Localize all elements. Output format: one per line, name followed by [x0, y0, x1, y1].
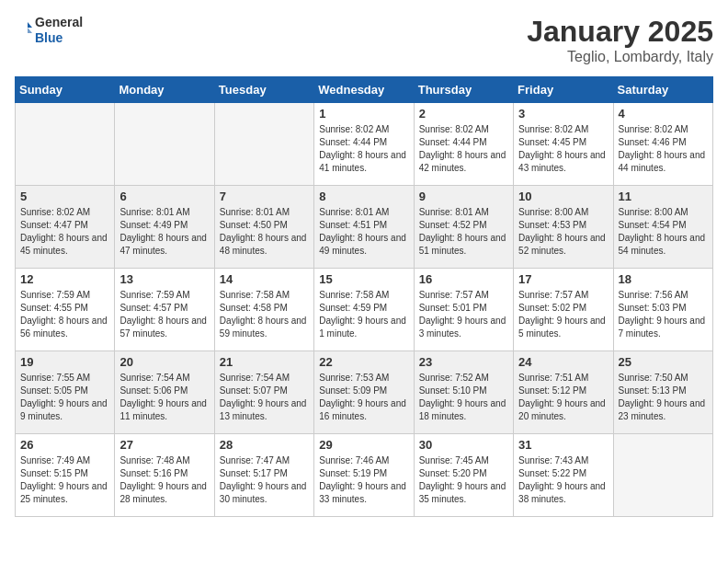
day-number: 25: [619, 355, 708, 369]
day-number: 17: [518, 272, 608, 286]
cell-text: Sunrise: 7:59 AM Sunset: 4:55 PM Dayligh…: [20, 289, 109, 340]
calendar-cell: 30Sunrise: 7:45 AM Sunset: 5:20 PM Dayli…: [414, 434, 513, 517]
calendar-cell: [613, 434, 712, 517]
logo-graphic-icon: [15, 20, 33, 40]
week-row-5: 26Sunrise: 7:49 AM Sunset: 5:15 PM Dayli…: [16, 434, 713, 517]
title-area: January 2025 Teglio, Lombardy, Italy: [527, 15, 713, 65]
calendar-table: SundayMondayTuesdayWednesdayThursdayFrid…: [15, 76, 713, 517]
calendar-cell: 22Sunrise: 7:53 AM Sunset: 5:09 PM Dayli…: [314, 351, 414, 434]
day-number: 6: [119, 190, 209, 203]
cell-text: Sunrise: 7:45 AM Sunset: 5:20 PM Dayligh…: [419, 454, 508, 506]
day-number: 14: [220, 272, 309, 286]
day-number: 29: [319, 438, 408, 452]
day-number: 26: [20, 438, 109, 452]
week-row-3: 12Sunrise: 7:59 AM Sunset: 4:55 PM Dayli…: [16, 269, 713, 351]
calendar-cell: 19Sunrise: 7:55 AM Sunset: 5:05 PM Dayli…: [16, 351, 115, 434]
cell-text: Sunrise: 8:02 AM Sunset: 4:44 PM Dayligh…: [319, 123, 408, 175]
logo: General Blue: [15, 15, 83, 46]
calendar-cell: 26Sunrise: 7:49 AM Sunset: 5:15 PM Dayli…: [16, 434, 115, 517]
day-number: 30: [419, 438, 508, 452]
day-number: 2: [419, 107, 508, 121]
day-number: 3: [518, 107, 608, 121]
day-number: 13: [119, 272, 209, 286]
calendar-cell: 16Sunrise: 7:57 AM Sunset: 5:01 PM Dayli…: [414, 269, 513, 351]
cell-text: Sunrise: 7:51 AM Sunset: 5:12 PM Dayligh…: [518, 372, 608, 423]
calendar-cell: 6Sunrise: 8:01 AM Sunset: 4:49 PM Daylig…: [115, 186, 214, 269]
cell-text: Sunrise: 8:02 AM Sunset: 4:47 PM Dayligh…: [20, 206, 109, 258]
cell-text: Sunrise: 7:47 AM Sunset: 5:17 PM Dayligh…: [220, 454, 309, 506]
calendar-cell: 20Sunrise: 7:54 AM Sunset: 5:06 PM Dayli…: [115, 351, 214, 434]
day-number: 19: [20, 355, 109, 369]
cell-text: Sunrise: 8:02 AM Sunset: 4:44 PM Dayligh…: [419, 123, 508, 175]
location-title: Teglio, Lombardy, Italy: [527, 49, 713, 65]
cell-text: Sunrise: 7:55 AM Sunset: 5:05 PM Dayligh…: [20, 372, 109, 423]
cell-text: Sunrise: 7:59 AM Sunset: 4:57 PM Dayligh…: [119, 289, 209, 340]
calendar-cell: 14Sunrise: 7:58 AM Sunset: 4:58 PM Dayli…: [214, 269, 313, 351]
calendar-cell: 23Sunrise: 7:52 AM Sunset: 5:10 PM Dayli…: [414, 351, 513, 434]
day-number: 1: [319, 107, 408, 121]
calendar-cell: 21Sunrise: 7:54 AM Sunset: 5:07 PM Dayli…: [214, 351, 313, 434]
calendar-cell: [115, 103, 214, 186]
day-number: 31: [518, 438, 608, 452]
day-header-saturday: Saturday: [613, 77, 712, 103]
day-number: 5: [20, 190, 109, 203]
day-number: 22: [319, 355, 408, 369]
calendar-cell: 25Sunrise: 7:50 AM Sunset: 5:13 PM Dayli…: [613, 351, 712, 434]
calendar-cell: 4Sunrise: 8:02 AM Sunset: 4:46 PM Daylig…: [613, 103, 712, 186]
cell-text: Sunrise: 7:48 AM Sunset: 5:16 PM Dayligh…: [119, 454, 209, 506]
week-row-2: 5Sunrise: 8:02 AM Sunset: 4:47 PM Daylig…: [16, 186, 713, 269]
day-number: 4: [619, 107, 708, 121]
cell-text: Sunrise: 7:54 AM Sunset: 5:07 PM Dayligh…: [220, 372, 309, 423]
cell-text: Sunrise: 7:53 AM Sunset: 5:09 PM Dayligh…: [319, 372, 408, 423]
calendar-cell: 10Sunrise: 8:00 AM Sunset: 4:53 PM Dayli…: [514, 186, 613, 269]
cell-text: Sunrise: 8:01 AM Sunset: 4:52 PM Dayligh…: [419, 206, 508, 258]
calendar-cell: 12Sunrise: 7:59 AM Sunset: 4:55 PM Dayli…: [16, 269, 115, 351]
cell-text: Sunrise: 8:01 AM Sunset: 4:50 PM Dayligh…: [220, 206, 309, 258]
cell-text: Sunrise: 7:46 AM Sunset: 5:19 PM Dayligh…: [319, 454, 408, 506]
calendar-cell: 1Sunrise: 8:02 AM Sunset: 4:44 PM Daylig…: [314, 103, 414, 186]
day-number: 23: [419, 355, 508, 369]
day-number: 24: [518, 355, 608, 369]
day-number: 9: [419, 190, 508, 203]
day-number: 8: [319, 190, 408, 203]
day-header-monday: Monday: [115, 77, 214, 103]
cell-text: Sunrise: 7:58 AM Sunset: 4:58 PM Dayligh…: [220, 289, 309, 340]
calendar-cell: [214, 103, 313, 186]
cell-text: Sunrise: 8:01 AM Sunset: 4:49 PM Dayligh…: [119, 206, 209, 258]
week-row-1: 1Sunrise: 8:02 AM Sunset: 4:44 PM Daylig…: [16, 103, 713, 186]
cell-text: Sunrise: 7:49 AM Sunset: 5:15 PM Dayligh…: [20, 454, 109, 506]
cell-text: Sunrise: 8:00 AM Sunset: 4:53 PM Dayligh…: [518, 206, 608, 258]
svg-marker-1: [28, 28, 32, 33]
calendar-cell: 9Sunrise: 8:01 AM Sunset: 4:52 PM Daylig…: [414, 186, 513, 269]
day-number: 11: [619, 190, 708, 203]
calendar-cell: 2Sunrise: 8:02 AM Sunset: 4:44 PM Daylig…: [414, 103, 513, 186]
cell-text: Sunrise: 7:57 AM Sunset: 5:02 PM Dayligh…: [518, 289, 608, 340]
page-header: General Blue January 2025 Teglio, Lombar…: [15, 15, 713, 65]
calendar-cell: [16, 103, 115, 186]
day-number: 16: [419, 272, 508, 286]
cell-text: Sunrise: 7:56 AM Sunset: 5:03 PM Dayligh…: [619, 289, 708, 340]
cell-text: Sunrise: 7:54 AM Sunset: 5:06 PM Dayligh…: [119, 372, 209, 423]
calendar-cell: 11Sunrise: 8:00 AM Sunset: 4:54 PM Dayli…: [613, 186, 712, 269]
cell-text: Sunrise: 7:43 AM Sunset: 5:22 PM Dayligh…: [518, 454, 608, 506]
day-number: 10: [518, 190, 608, 203]
cell-text: Sunrise: 7:58 AM Sunset: 4:59 PM Dayligh…: [319, 289, 408, 340]
day-header-thursday: Thursday: [414, 77, 513, 103]
cell-text: Sunrise: 7:50 AM Sunset: 5:13 PM Dayligh…: [619, 372, 708, 423]
svg-marker-0: [28, 22, 32, 28]
cell-text: Sunrise: 8:01 AM Sunset: 4:51 PM Dayligh…: [319, 206, 408, 258]
cell-text: Sunrise: 7:52 AM Sunset: 5:10 PM Dayligh…: [419, 372, 508, 423]
logo-general: General: [35, 15, 83, 30]
calendar-cell: 8Sunrise: 8:01 AM Sunset: 4:51 PM Daylig…: [314, 186, 414, 269]
cell-text: Sunrise: 7:57 AM Sunset: 5:01 PM Dayligh…: [419, 289, 508, 340]
calendar-cell: 29Sunrise: 7:46 AM Sunset: 5:19 PM Dayli…: [314, 434, 414, 517]
day-number: 27: [119, 438, 209, 452]
day-number: 15: [319, 272, 408, 286]
calendar-cell: 13Sunrise: 7:59 AM Sunset: 4:57 PM Dayli…: [115, 269, 214, 351]
day-header-tuesday: Tuesday: [214, 77, 313, 103]
calendar-cell: 3Sunrise: 8:02 AM Sunset: 4:45 PM Daylig…: [514, 103, 613, 186]
week-row-4: 19Sunrise: 7:55 AM Sunset: 5:05 PM Dayli…: [16, 351, 713, 434]
day-number: 7: [220, 190, 309, 203]
day-number: 12: [20, 272, 109, 286]
calendar-cell: 7Sunrise: 8:01 AM Sunset: 4:50 PM Daylig…: [214, 186, 313, 269]
